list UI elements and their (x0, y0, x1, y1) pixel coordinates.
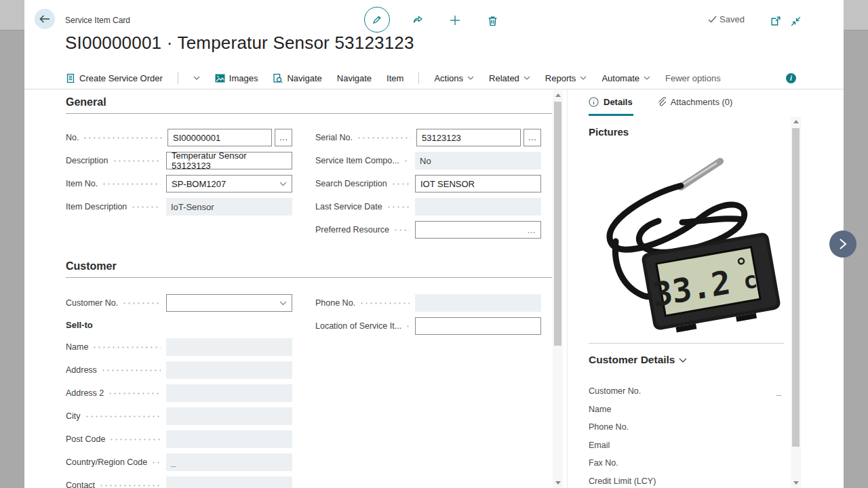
search-description-input[interactable]: IOT SENSOR (415, 175, 541, 192)
ribbon-divider (178, 73, 178, 84)
tab-attachments[interactable]: Attachments (0) (657, 97, 733, 107)
trash-icon (487, 15, 498, 26)
info-icon[interactable]: i (786, 73, 796, 83)
factbox-panel: Details Attachments (0) Pictures (567, 89, 791, 488)
document-icon (66, 73, 75, 83)
detail-name[interactable]: Name (589, 401, 784, 419)
tab-details[interactable]: Details (589, 97, 633, 107)
fewer-options-button[interactable]: Fewer options (665, 73, 721, 83)
description-input[interactable]: Temperatur Sensor 53123123 (166, 152, 292, 169)
back-arrow-icon (39, 15, 50, 23)
edit-button[interactable] (364, 7, 390, 33)
preferred-resource-assist-button[interactable]: … (527, 225, 536, 235)
item-menu-button[interactable]: Item (387, 73, 403, 83)
detail-phone-no-label: Phone No. (589, 422, 629, 432)
field-address-2: Address 2 (66, 382, 292, 405)
item-description-value: IoT-Sensor (166, 198, 292, 216)
no-assist-button[interactable]: … (275, 129, 292, 146)
item-no-dropdown[interactable]: SP-BOM1207 (166, 175, 292, 192)
factbox-scrollbar[interactable] (791, 117, 801, 488)
fewer-options-label: Fewer options (665, 73, 721, 83)
images-button[interactable]: Images (215, 73, 258, 83)
chevron-down-icon (679, 358, 687, 363)
ribbon-divider (418, 73, 419, 84)
navigate-label: Navigate (287, 73, 321, 83)
page-title: SI00000001 · Temperatur Sensor 53123123 (65, 33, 414, 54)
detail-email[interactable]: Email (589, 436, 784, 455)
detail-credit-limit[interactable]: Credit Limit (LCY) (589, 472, 784, 488)
contact-value (166, 476, 292, 488)
scroll-down-arrow[interactable] (793, 481, 799, 485)
customer-details-header[interactable]: Customer Details (589, 354, 687, 366)
share-button[interactable] (409, 12, 427, 29)
open-in-window-icon (770, 16, 781, 27)
customer-no-dropdown[interactable] (166, 294, 292, 312)
main-scrollbar[interactable] (553, 90, 563, 488)
chevron-down-icon (644, 76, 650, 80)
navigate-find-button[interactable]: Navigate (273, 73, 321, 83)
serial-no-input[interactable]: 53123123 (416, 129, 521, 146)
field-no: No. SI00000001 … (66, 126, 292, 149)
thermometer-photo[interactable]: 33.2 c (580, 141, 784, 334)
post-code-label: Post Code (66, 434, 105, 444)
address-2-label: Address 2 (66, 388, 104, 398)
collapse-button[interactable] (787, 12, 804, 30)
open-in-window-button[interactable] (766, 12, 784, 30)
customer-right-column: Phone No. Location of Service It... (315, 291, 541, 338)
create-service-order-button[interactable]: Create Service Order (66, 73, 163, 83)
no-input[interactable]: SI00000001 (167, 129, 272, 146)
scroll-up-arrow[interactable] (793, 120, 799, 123)
dotted-leader (151, 462, 161, 464)
preferred-resource-input[interactable]: … (415, 221, 541, 239)
location-of-service-item-input[interactable] (415, 317, 541, 335)
delete-button[interactable] (484, 12, 501, 29)
general-section-title[interactable]: General (66, 96, 552, 114)
chevron-down-icon (524, 76, 530, 80)
navigate-menu-button[interactable]: Navigate (337, 73, 372, 83)
scroll-down-arrow[interactable] (555, 481, 561, 485)
field-service-item-components: Service Item Compo... No (315, 149, 541, 172)
chevron-right-icon (839, 238, 847, 250)
automate-menu-button[interactable]: Automate (601, 73, 650, 83)
country-region-code-label: Country/Region Code (66, 458, 147, 467)
reports-menu-button[interactable]: Reports (545, 73, 587, 83)
chevron-down-icon (279, 182, 287, 186)
back-button[interactable] (35, 9, 55, 29)
field-serial-no: Serial No. 53123123 … (315, 126, 541, 149)
last-service-date-value (415, 198, 541, 216)
detail-fax-no[interactable]: Fax No. (589, 454, 784, 472)
location-of-service-item-label: Location of Service It... (315, 321, 401, 331)
chevron-down-icon (580, 76, 587, 80)
actions-menu-button[interactable]: Actions (434, 73, 474, 83)
next-record-button[interactable] (829, 230, 856, 258)
item-label: Item (387, 73, 403, 83)
images-label: Images (229, 73, 258, 83)
item-no-label: Item No. (66, 179, 98, 188)
customer-no-label: Customer No. (66, 298, 118, 308)
factbox-scrollbar-thumb[interactable] (792, 128, 800, 447)
customer-section-title[interactable]: Customer (66, 260, 552, 278)
detail-customer-no-value[interactable]: _ (776, 386, 781, 396)
check-icon (708, 16, 717, 23)
detail-phone-no[interactable]: Phone No. (589, 418, 784, 436)
more-new-actions-button[interactable] (193, 76, 200, 80)
related-menu-button[interactable]: Related (489, 73, 530, 83)
new-button[interactable] (446, 12, 464, 29)
dotted-leader (101, 369, 161, 371)
dotted-leader (393, 229, 410, 231)
main-scrollbar-thumb[interactable] (554, 102, 561, 346)
share-icon (412, 14, 424, 26)
field-post-code: Post Code (66, 428, 292, 451)
service-item-components-value: No (415, 152, 541, 169)
field-phone-no: Phone No. (315, 291, 541, 314)
serial-no-assist-button[interactable]: … (524, 129, 541, 146)
preferred-resource-label: Preferred Resource (315, 225, 389, 235)
country-region-code-value[interactable]: _ (166, 453, 292, 471)
tab-details-label: Details (604, 97, 633, 107)
scroll-up-arrow[interactable] (555, 94, 561, 97)
customer-left-column: Customer No. Sell-to Name Address (66, 291, 292, 488)
customer-details-title: Customer Details (589, 354, 675, 366)
reports-label: Reports (545, 73, 576, 83)
detail-customer-no[interactable]: Customer No. _ (589, 382, 784, 401)
dotted-leader (113, 160, 161, 162)
